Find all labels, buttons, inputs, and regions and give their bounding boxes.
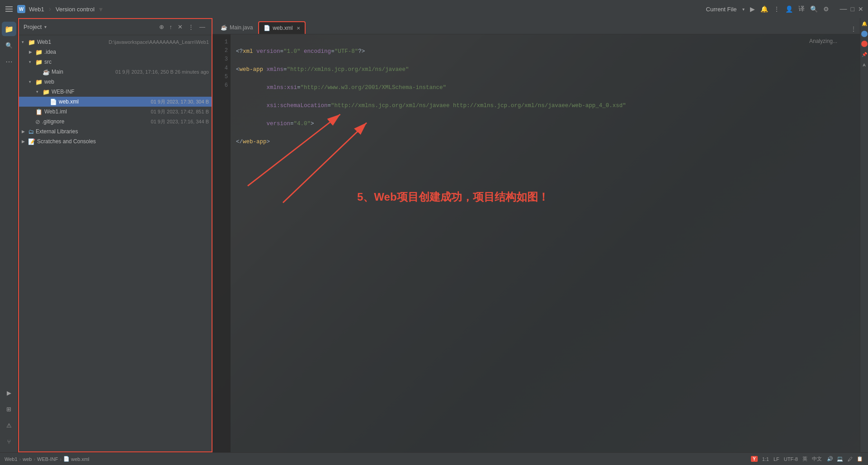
yuki-badge: Y	[751, 456, 758, 462]
breadcrumb-xml-icon: 📄	[63, 456, 70, 462]
tree-item-web1iml[interactable]: ▶ 📋 Web1.iml 01 9月 2023, 17:42, 851 B	[19, 107, 212, 117]
statusbar-encoding[interactable]: UTF-8	[784, 456, 798, 462]
libraries-icon: 🗂	[28, 128, 34, 135]
tab-label-webxml: web.xml	[273, 25, 292, 31]
breadcrumb-webxml: 📄 web.xml	[63, 456, 89, 462]
bell-button[interactable]: 🔔	[760, 5, 768, 13]
tree-item-main[interactable]: ▶ ☕ Main 01 9月 2023, 17:16, 250 B 26 min…	[19, 67, 212, 77]
settings-button[interactable]: ⚙	[823, 5, 829, 13]
tab-web-xml[interactable]: 📄 web.xml ✕	[258, 21, 306, 34]
outer-sidebar: 📁 🔍 ⋯ ▶ ⊞ ⚠ ⑂	[0, 18, 18, 452]
sidebar-item-terminal[interactable]: ⊞	[2, 402, 16, 416]
tab-main-java[interactable]: ☕ Main.java	[216, 21, 257, 34]
sb-icon-2[interactable]: 💻	[836, 456, 844, 463]
tree-item-webinf[interactable]: ▾ 📁 WEB-INF	[19, 87, 212, 97]
tree-item-gitignore[interactable]: ▶ ⊘ .gitignore 01 9月 2023, 17:16, 344 B	[19, 117, 212, 127]
sb-icon-4[interactable]: 📋	[856, 456, 863, 463]
tree-label-web1: Web1	[37, 39, 106, 45]
sidebar-item-dots[interactable]: ⋯	[2, 54, 16, 69]
sidebar-item-problems[interactable]: ⚠	[2, 418, 16, 432]
right-sidebar-notifications[interactable]: 🔔	[861, 20, 868, 27]
sidebar-item-search[interactable]: 🔍	[2, 38, 16, 52]
code-editor[interactable]: 1 2 3 4 5 6 <?xml version="1.0" encoding…	[212, 34, 860, 452]
folder-icon-idea: 📁	[35, 49, 42, 56]
analyzing-label: Analyzing...	[809, 38, 837, 44]
line-num-6: 6	[215, 81, 228, 90]
right-sidebar-bookmarks[interactable]: 📌	[861, 51, 868, 58]
hamburger-menu[interactable]	[5, 5, 14, 14]
tree-arrow-web1: ▾	[22, 40, 27, 44]
tree-meta-webxml: 01 9月 2023, 17:30, 304 B	[151, 99, 209, 105]
project-name: Web1	[29, 6, 44, 13]
close-panel-button[interactable]: ✕	[176, 23, 184, 31]
gitignore-icon: ⊘	[35, 118, 40, 125]
lang-btn-zh[interactable]: 中文	[812, 456, 822, 462]
tree-item-web1[interactable]: ▾ 📁 Web1 D:\javaworkspace\AAAAAAAAA_Lear…	[19, 37, 212, 47]
sidebar-item-run[interactable]: ▶	[2, 385, 16, 400]
code-content[interactable]: <?xml version="1.0" encoding="UTF-8"?> <…	[231, 34, 860, 452]
tree-item-web[interactable]: ▾ 📁 web	[19, 77, 212, 87]
right-sidebar-blue1[interactable]	[861, 31, 868, 37]
close-button[interactable]: ✕	[858, 5, 863, 13]
tree-arrow-webinf: ▾	[36, 89, 42, 94]
tab-actions: ⋮	[851, 26, 856, 34]
tab-more-button[interactable]: ⋮	[851, 26, 856, 32]
breadcrumb: Web1 › web › WEB-INF › 📄 web.xml	[5, 456, 90, 462]
current-file-label[interactable]: Current File	[706, 6, 737, 13]
iml-icon-web1iml: 📋	[35, 108, 42, 115]
translate-button[interactable]: 译	[798, 5, 805, 13]
tree-arrow-scratches: ▶	[22, 139, 27, 144]
statusbar-lf[interactable]: LF	[774, 456, 779, 462]
breadcrumb-sep1: ›	[19, 456, 21, 462]
user-button[interactable]: 👤	[785, 5, 793, 13]
sidebar-item-folder[interactable]: 📁	[2, 22, 16, 36]
right-sidebar-structure[interactable]: A	[861, 61, 868, 69]
tab-label-main: Main.java	[230, 24, 253, 31]
tree-item-src[interactable]: ▾ 📁 src	[19, 57, 212, 67]
more-button[interactable]: ⋮	[774, 5, 780, 13]
lang-btn-en[interactable]: 英	[802, 456, 807, 462]
sb-icon-3[interactable]: 🖊	[846, 456, 854, 463]
tree-label-src: src	[44, 59, 209, 65]
tree-label-web1iml: Web1.iml	[44, 108, 148, 115]
maximize-button[interactable]: □	[851, 5, 854, 13]
collapse-button[interactable]: ↑	[168, 23, 175, 31]
breadcrumb-webinf: WEB-INF	[37, 456, 58, 462]
panel-title: Project	[24, 23, 42, 30]
project-panel: Project ▾ ⊕ ↑ ✕ ⋮ — ▾ 📁 Web1 D:\javawork…	[18, 18, 212, 452]
run-button[interactable]: ▶	[750, 5, 755, 13]
tab-icon-webxml: 📄	[264, 25, 270, 31]
current-file-arrow[interactable]: ▾	[742, 7, 745, 12]
statusbar-position[interactable]: 1:1	[762, 456, 769, 462]
tree-label-webinf: WEB-INF	[52, 89, 209, 95]
minimize-button[interactable]: —	[840, 5, 847, 13]
tree-label-scratches: Scratches and Consoles	[37, 138, 209, 145]
sb-icon-1[interactable]: 🔊	[826, 456, 834, 463]
tree-meta-gitignore: 01 9月 2023, 17:16, 344 B	[151, 118, 209, 125]
code-line-6: </web-app>	[236, 137, 854, 146]
code-line-4: xsi:schemaLocation="http://xmlns.jcp.org…	[236, 101, 854, 110]
search-button[interactable]: 🔍	[810, 5, 818, 13]
tree-label-webxml: web.xml	[59, 99, 148, 105]
tree-item-scratches[interactable]: ▶ 📝 Scratches and Consoles	[19, 136, 212, 146]
locate-button[interactable]: ⊕	[157, 23, 166, 31]
vcs-menu[interactable]: Version control	[56, 6, 94, 13]
tree-item-external[interactable]: ▶ 🗂 External Libraries	[19, 127, 212, 136]
tree-label-web: web	[44, 79, 209, 85]
right-sidebar-red1[interactable]	[861, 41, 868, 47]
xml-icon-webxml: 📄	[50, 99, 57, 105]
line-num-1: 1	[215, 38, 228, 47]
line-num-4: 4	[215, 64, 228, 73]
tree-item-idea[interactable]: ▶ 📁 .idea	[19, 47, 212, 57]
panel-title-arrow[interactable]: ▾	[44, 24, 47, 29]
tab-close-webxml[interactable]: ✕	[297, 26, 300, 31]
sidebar-item-git[interactable]: ⑂	[2, 434, 16, 449]
line-num-2: 2	[215, 47, 228, 55]
folder-icon-src: 📁	[35, 59, 42, 66]
minimize-panel-button[interactable]: —	[198, 23, 207, 31]
vcs-arrow: ▾	[99, 5, 103, 14]
panel-header: Project ▾ ⊕ ↑ ✕ ⋮ —	[19, 19, 212, 35]
more-panel-button[interactable]: ⋮	[186, 23, 196, 31]
tree-label-idea: .idea	[44, 49, 209, 55]
tree-item-webxml[interactable]: ▶ 📄 web.xml 01 9月 2023, 17:30, 304 B	[19, 97, 212, 107]
